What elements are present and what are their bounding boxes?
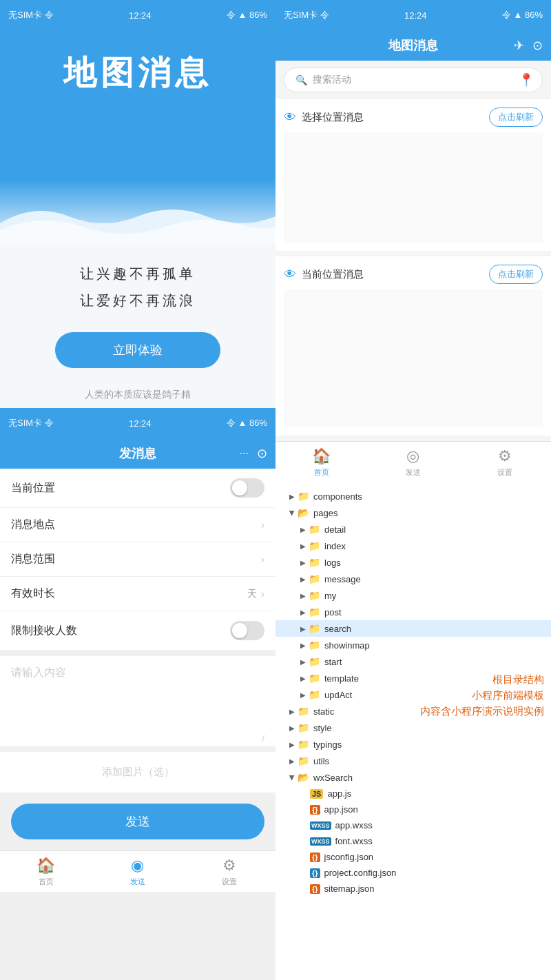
content-placeholder[interactable]: 请输入内容	[11, 666, 264, 721]
folder-icon-post: 📁	[309, 606, 320, 617]
tab-send-right[interactable]: ◎ 发送	[367, 442, 459, 482]
folder-icon-detail: 📁	[309, 524, 320, 535]
expand-arrow: ▶	[289, 493, 295, 500]
tree-item-sitemap[interactable]: {} sitemap.json	[276, 881, 551, 897]
tree-item-post[interactable]: ▶ 📁 post	[276, 604, 551, 620]
send-button[interactable]: 发送	[11, 804, 264, 839]
status-bar-top-left: 无SIM卡 令 12:24 令 ▲ 86%	[0, 0, 276, 30]
tree-item-appjson[interactable]: {} app.json	[276, 802, 551, 817]
folder-icon-template: 📁	[309, 673, 320, 684]
settings-icon-left: ⚙	[222, 857, 236, 875]
send-form: 当前位置 消息地点 › 消息范围 › 有效时长 天 › 限制接收人数	[0, 469, 276, 651]
expand-arrow-message: ▶	[300, 575, 306, 583]
logs-label: logs	[324, 558, 341, 568]
fontwxss-label: font.wxss	[335, 836, 373, 846]
tree-item-my[interactable]: ▶ 📁 my	[276, 587, 551, 604]
location-section: 👁 选择位置消息 点击刷新	[276, 99, 551, 256]
tree-item-jsconfig[interactable]: {} jsconfig.json	[276, 849, 551, 865]
tab-home-left[interactable]: 🏠 首页	[0, 851, 92, 892]
folder-icon-logs: 📁	[309, 557, 320, 568]
valid-duration-row[interactable]: 有效时长 天 ›	[0, 577, 276, 611]
tab-send-left[interactable]: ◉ 发送	[92, 851, 183, 892]
sitemap-label: sitemap.json	[324, 884, 375, 894]
search-label: search	[324, 624, 351, 634]
signal-right: 令 ▲ 86%	[502, 9, 543, 21]
current-location-refresh[interactable]: 点击刷新	[489, 265, 543, 284]
navigate-icon[interactable]: ✈	[514, 38, 524, 53]
slogan-line-2: 让爱好不再流浪	[14, 292, 262, 310]
tree-item-start[interactable]: ▶ 📁 start	[276, 653, 551, 670]
duration-unit: 天	[247, 588, 257, 600]
experience-button[interactable]: 立即体验	[55, 332, 220, 368]
tab-settings-left[interactable]: ⚙ 设置	[184, 851, 276, 892]
limit-recipients-toggle[interactable]	[230, 621, 264, 640]
expand-arrow-template: ▶	[300, 675, 306, 682]
typings-label: typings	[313, 739, 342, 750]
wxsearch-label: wxSearch	[313, 773, 353, 783]
search-bar[interactable]: 🔍 搜索活动 📍	[284, 68, 543, 92]
send-icon-right: ◎	[406, 447, 419, 465]
signal-send: 令 ▲ 86%	[227, 417, 267, 429]
tree-item-detail[interactable]: ▶ 📁 detail	[276, 521, 551, 538]
limit-recipients-row[interactable]: 限制接收人数	[0, 611, 276, 651]
select-location-refresh[interactable]: 点击刷新	[489, 108, 543, 127]
tab-home-label-left: 首页	[39, 877, 54, 887]
status-bar-right: 无SIM卡 令 12:24 令 ▲ 86%	[276, 0, 551, 30]
message-range-row[interactable]: 消息范围 ›	[0, 542, 276, 577]
slogan-line-1: 让兴趣不再孤单	[14, 265, 262, 283]
static-label: static	[313, 706, 334, 717]
expand-arrow-my: ▶	[300, 592, 306, 600]
tab-settings-right[interactable]: ⚙ 设置	[459, 442, 551, 482]
tree-item-projectconfig[interactable]: {} project.config.json	[276, 865, 551, 881]
tree-item-message[interactable]: ▶ 📁 message	[276, 571, 551, 587]
wxss-icon-2: WXSS	[310, 837, 331, 846]
tree-item-showinmap[interactable]: ▶ 📁 showinmap	[276, 637, 551, 653]
json-icon-4: {}	[310, 884, 320, 894]
record-icon[interactable]: ⊙	[257, 446, 267, 461]
home-icon-right: 🏠	[312, 447, 331, 465]
current-location-toggle[interactable]	[230, 478, 264, 498]
tab-home-right[interactable]: 🏠 首页	[276, 442, 367, 482]
tree-item-fontwxss[interactable]: WXSS font.wxss	[276, 833, 551, 849]
tree-item-typings[interactable]: ▶ 📁 typings	[276, 736, 551, 753]
template-label: template	[324, 673, 359, 684]
appwxss-label: app.wxss	[335, 820, 373, 830]
tree-item-appjs[interactable]: JS app.js	[276, 786, 551, 802]
signal-left: 令 ▲ 86%	[227, 9, 267, 21]
tree-item-components[interactable]: ▶ 📁 components	[276, 488, 551, 504]
tree-item-style[interactable]: ▶ 📁 style	[276, 719, 551, 736]
current-location-row[interactable]: 当前位置	[0, 469, 276, 508]
annotations: 根目录结构 小程序前端模板 内容含小程序演示说明实例	[420, 673, 544, 718]
folder-icon-message: 📁	[309, 573, 320, 584]
message-location-row[interactable]: 消息地点 ›	[0, 508, 276, 542]
tree-item-utils[interactable]: ▶ 📁 utils	[276, 753, 551, 769]
location-pin-icon[interactable]: 📍	[519, 72, 534, 88]
more-icon[interactable]: ···	[240, 447, 249, 460]
tree-item-pages[interactable]: ▶ 📂 pages	[276, 504, 551, 521]
tree-item-logs[interactable]: ▶ 📁 logs	[276, 554, 551, 571]
message-range-label: 消息范围	[11, 552, 55, 566]
js-icon: JS	[310, 789, 323, 799]
json-icon-3: {}	[310, 868, 320, 878]
expand-arrow-style: ▶	[289, 724, 295, 732]
appjson-label: app.json	[324, 804, 358, 815]
tab-send-label-left: 发送	[130, 877, 145, 887]
message-label: message	[324, 574, 361, 584]
tree-item-search[interactable]: ▶ 📁 search	[276, 620, 551, 637]
folder-icon-wxsearch: 📂	[298, 772, 309, 783]
carrier-right: 无SIM卡 令	[284, 9, 329, 21]
add-image-row[interactable]: 添加图片（选）	[0, 752, 276, 793]
tree-item-index[interactable]: ▶ 📁 index	[276, 538, 551, 554]
detail-label: detail	[324, 524, 346, 535]
annotation-2: 小程序前端模板	[472, 689, 544, 702]
carrier-send: 无SIM卡 令	[8, 417, 54, 429]
updact-label: updAct	[324, 690, 352, 700]
middle-section: 让兴趣不再孤单 让爱好不再流浪 立即体验	[0, 244, 276, 382]
tree-item-appwxss[interactable]: WXSS app.wxss	[276, 817, 551, 833]
current-content-area	[284, 289, 543, 427]
expand-arrow-static: ▶	[289, 708, 295, 715]
expand-arrow-post: ▶	[300, 609, 306, 616]
record-icon-right[interactable]: ⊙	[532, 38, 543, 53]
tree-item-wxsearch[interactable]: ▶ 📂 wxSearch	[276, 769, 551, 786]
search-bar-container: 🔍 搜索活动 📍	[276, 61, 551, 99]
